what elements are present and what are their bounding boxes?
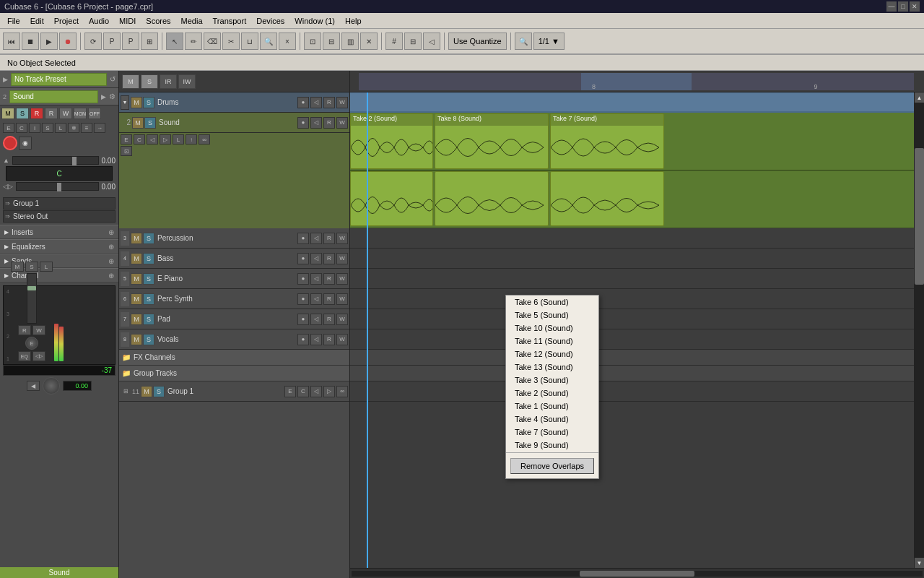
cut-tool[interactable]: ✂ — [222, 33, 240, 50]
sound-r-icon[interactable]: R — [323, 117, 335, 129]
bass-mute-icon[interactable]: ● — [297, 253, 309, 264]
sound-link-btn[interactable]: ∞ — [199, 134, 210, 144]
pad-mute-icon[interactable]: ● — [297, 314, 309, 325]
sound-edit-btn[interactable]: E — [121, 134, 132, 144]
group1-solo-btn[interactable]: S — [153, 386, 165, 397]
percsynth-mute-icon[interactable]: ● — [297, 293, 309, 305]
pad-rec-icon[interactable]: ◁ — [310, 314, 322, 325]
horizontal-scrollbar[interactable] — [350, 568, 924, 578]
inserts-section-header[interactable]: ▶ Inserts ⊕ — [0, 225, 118, 239]
ctx-take1[interactable]: Take 1 (Sound) — [506, 400, 598, 413]
ctx-take3[interactable]: Take 3 (Sound) — [506, 374, 598, 387]
sound-fade-btn[interactable]: ⊡ — [121, 146, 132, 156]
read-btn[interactable]: R — [45, 108, 58, 119]
epiano-w-icon[interactable]: W — [336, 273, 348, 285]
bass-rec-icon[interactable]: ◁ — [310, 253, 322, 264]
drums-collapse-btn[interactable]: ▼ — [121, 95, 129, 110]
mute-btn[interactable]: M — [1, 108, 14, 119]
g1-ch-btn[interactable]: C — [297, 386, 309, 397]
percsynth-w-icon[interactable]: W — [336, 293, 348, 305]
drums-r-icon[interactable]: R — [323, 97, 335, 108]
ctx-take6[interactable]: Take 6 (Sound) — [506, 296, 598, 309]
transport-record[interactable]: ⏺ — [59, 33, 77, 50]
vocals-solo-btn[interactable]: S — [143, 334, 154, 345]
draw-tool[interactable]: ✏ — [185, 33, 202, 50]
tl-mode-2[interactable]: S — [141, 74, 158, 89]
sound-right-btn[interactable]: ▷ — [160, 134, 171, 144]
stereo-out-route[interactable]: ⇒ Stereo Out — [3, 210, 116, 223]
vocals-mute-btn[interactable]: M — [131, 334, 142, 345]
fx-channels-folder[interactable]: 📁 FX Channels — [119, 350, 349, 366]
ctx-remove-overlaps-btn[interactable]: Remove Overlaps — [510, 458, 594, 474]
pad-r-icon[interactable]: R — [323, 314, 335, 325]
bass-r-icon[interactable]: R — [323, 253, 335, 264]
menu-edit[interactable]: Edit — [26, 15, 48, 27]
sound-mute-icon[interactable]: ● — [297, 117, 309, 129]
snd-small-btn[interactable]: S — [42, 123, 53, 133]
sound-rec-icon[interactable]: ◁ — [310, 117, 322, 129]
group1-route[interactable]: ⇒ Group 1 — [3, 197, 116, 210]
comp-tool[interactable]: ▥ — [341, 33, 359, 50]
menu-help[interactable]: Help — [341, 15, 366, 27]
punch-out[interactable]: P — [122, 33, 139, 50]
channel-main-fader[interactable] — [27, 273, 37, 324]
menu-scores[interactable]: Scores — [141, 15, 175, 27]
freeze-small-btn[interactable]: ❄ — [68, 123, 79, 133]
vocals-r-icon[interactable]: R — [323, 334, 335, 345]
epiano-r-icon[interactable]: R — [323, 273, 335, 285]
split-tool[interactable]: ⊟ — [323, 33, 340, 50]
perc-mute-btn[interactable]: M — [131, 233, 142, 244]
eq-small-btn[interactable]: E — [3, 123, 14, 133]
epiano-rec-icon[interactable]: ◁ — [310, 273, 322, 285]
menu-media[interactable]: Media — [177, 15, 207, 27]
lock-small-btn[interactable]: L — [55, 123, 66, 133]
sound-solo-btn[interactable]: S — [144, 117, 156, 129]
h-scroll-thumb[interactable] — [580, 571, 694, 577]
pad-mute-btn[interactable]: M — [131, 314, 142, 325]
epiano-mute-btn[interactable]: M — [131, 273, 142, 285]
equalizers-section-header[interactable]: ▶ Equalizers ⊕ — [0, 239, 118, 254]
bass-w-icon[interactable]: W — [336, 253, 348, 264]
menu-window[interactable]: Window (1) — [290, 15, 339, 27]
ctx-take5[interactable]: Take 5 (Sound) — [506, 309, 598, 322]
ctx-take11[interactable]: Take 11 (Sound) — [506, 335, 598, 348]
take7-clip[interactable]: Take 7 (Sound) — [550, 113, 664, 169]
sound-lock-btn[interactable]: L — [173, 134, 184, 144]
sound-chord-btn[interactable]: C — [134, 134, 145, 144]
perc-r-icon[interactable]: R — [323, 233, 335, 244]
record-arm-btn[interactable]: R — [30, 108, 43, 119]
snap-grid[interactable]: ⊟ — [404, 33, 422, 50]
drums-mute-btn[interactable]: M — [131, 97, 142, 108]
group1-mute-btn[interactable]: M — [141, 386, 152, 397]
lanes-small-btn[interactable]: ≡ — [81, 123, 92, 133]
ch-r-btn[interactable]: R — [18, 325, 31, 335]
scroll-up-btn[interactable]: ▲ — [915, 92, 924, 103]
ch-small-btn[interactable]: C — [16, 123, 27, 133]
sound-mute-btn[interactable]: M — [132, 117, 144, 129]
select-all[interactable]: ⊡ — [304, 33, 321, 50]
transport-stop[interactable]: ⏹ — [22, 33, 39, 50]
pan-fader[interactable] — [16, 182, 99, 191]
pan-knob[interactable]: E — [25, 337, 38, 350]
grid-btn[interactable]: # — [385, 33, 403, 50]
ctx-take4[interactable]: Take 4 (Sound) — [506, 413, 598, 426]
g1-link-btn[interactable]: ∞ — [336, 386, 348, 397]
ctx-take7[interactable]: Take 7 (Sound) — [506, 426, 598, 439]
ch-dyn-btn[interactable]: ◁▷ — [32, 351, 45, 361]
ctx-take2[interactable]: Take 2 (Sound) — [506, 387, 598, 400]
menu-project[interactable]: Project — [50, 15, 83, 27]
perc-w-icon[interactable]: W — [336, 233, 348, 244]
g1-eq-btn[interactable]: E — [284, 386, 296, 397]
zoom-tool[interactable]: 🔍 — [260, 33, 277, 50]
transport-play[interactable]: ▶ — [40, 33, 58, 50]
drums-solo-btn[interactable]: S — [143, 97, 154, 108]
menu-audio[interactable]: Audio — [84, 15, 113, 27]
arrow-tool[interactable]: ↖ — [166, 33, 183, 50]
inspector-settings-icon[interactable]: ⚙ — [109, 92, 116, 100]
scroll-thumb[interactable] — [915, 148, 924, 285]
maximize-btn[interactable]: □ — [898, 1, 908, 12]
ch-m-btn[interactable]: M — [11, 262, 24, 272]
write-btn[interactable]: W — [59, 108, 72, 119]
cross-tool[interactable]: ✕ — [360, 33, 378, 50]
ctx-take12[interactable]: Take 12 (Sound) — [506, 348, 598, 361]
